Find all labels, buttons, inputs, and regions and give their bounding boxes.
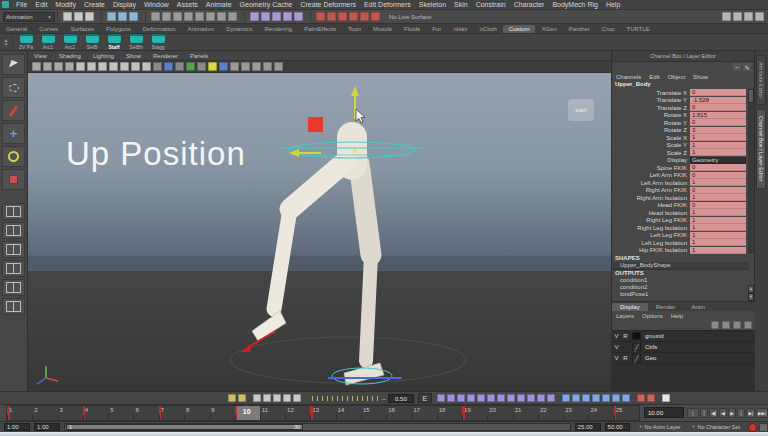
shelf-tab-croc[interactable]: Croc	[596, 25, 621, 33]
mask-curves-icon[interactable]	[173, 12, 182, 21]
xray-icon[interactable]	[241, 62, 250, 71]
mask-surfaces-icon[interactable]	[184, 12, 193, 21]
menu-skin[interactable]: Skin	[450, 0, 472, 9]
two-pane-stack-layout[interactable]	[2, 241, 25, 258]
viewport-menu-renderer[interactable]: Renderer	[147, 53, 184, 59]
channel-box-menu-edit[interactable]: Edit	[645, 74, 663, 80]
layer-row-ground[interactable]: VRground	[612, 331, 755, 342]
animation-end-field[interactable]: 50.00	[605, 423, 631, 431]
frame-23[interactable]: 23	[563, 406, 588, 420]
buffer-curve-icon[interactable]	[497, 394, 505, 402]
unmute-channel-icon[interactable]	[622, 394, 630, 402]
lock-camera-icon[interactable]	[43, 62, 52, 71]
layer-swatch[interactable]: ╱	[632, 343, 641, 351]
unify-tangent-icon[interactable]	[517, 394, 525, 402]
channel-field-head-fkik[interactable]: 0	[690, 202, 746, 209]
anim-layer-dropdown[interactable]: ▼No Anim Layer	[635, 423, 683, 432]
outliner-persp-layout[interactable]	[2, 298, 25, 315]
playback-offset-field[interactable]: 0.50	[388, 394, 414, 403]
new-scene-icon[interactable]	[63, 12, 72, 21]
node-name[interactable]: Upper_Body	[612, 81, 754, 89]
use-all-lights-icon[interactable]	[186, 62, 195, 71]
menu-set-dropdown[interactable]: Animation ▼	[3, 12, 55, 22]
shape-node[interactable]: Upper_BodyShape	[612, 262, 749, 270]
ipr-render-icon[interactable]	[360, 12, 369, 21]
shelf-item-stagg[interactable]: Stagg	[147, 34, 169, 50]
frame-4[interactable]: 4	[83, 406, 108, 420]
textured-icon[interactable]	[175, 62, 184, 71]
play-forwards-button[interactable]: ▶	[728, 408, 736, 418]
channel-field-scale-x[interactable]: 1	[690, 134, 746, 141]
channel-right-leg-fkik[interactable]: Right Leg FKIK1	[612, 217, 749, 225]
scroll-down-arrow[interactable]: ▼	[748, 293, 754, 301]
channel-translate-z[interactable]: Translate Z0	[612, 104, 749, 112]
frame-11[interactable]: 11	[260, 406, 285, 420]
move-layer-up-icon[interactable]	[711, 321, 719, 329]
four-pane-layout[interactable]	[2, 279, 25, 296]
film-gate-icon[interactable]	[120, 62, 129, 71]
frame-19[interactable]: 19	[462, 406, 487, 420]
channel-translate-y[interactable]: Translate Y-1.528	[612, 97, 749, 105]
shelf-item-staff[interactable]: Staff	[103, 34, 125, 50]
step-tangent-icon[interactable]	[477, 394, 485, 402]
channel-field-right-arm-isolation[interactable]: 1	[690, 194, 746, 201]
snap-curve-icon[interactable]	[261, 12, 270, 21]
frame-24[interactable]: 24	[588, 406, 613, 420]
break-tangent-icon[interactable]	[507, 394, 515, 402]
open-scene-icon[interactable]	[74, 12, 83, 21]
time-slider[interactable]: 1234567891011121314151617181920212223242…	[0, 404, 768, 421]
frame-15[interactable]: 15	[361, 406, 386, 420]
frame-22[interactable]: 22	[538, 406, 563, 420]
outputs-scroll-arrows[interactable]: ▲▼	[748, 285, 754, 299]
snap-surface-icon[interactable]	[294, 12, 303, 21]
output-bindpose1[interactable]: bindPose1	[612, 291, 749, 298]
anim-snapshot-icon[interactable]	[662, 394, 670, 402]
frame-12[interactable]: 12	[285, 406, 310, 420]
screen-icon[interactable]	[733, 12, 742, 21]
select-hierarchy-icon[interactable]	[107, 12, 116, 21]
swap-buffer-icon[interactable]	[273, 394, 281, 402]
channel-right-arm-fkik[interactable]: Right Arm FKIK0	[612, 187, 749, 195]
menu-modify[interactable]: Modify	[51, 0, 80, 9]
channel-field-translate-z[interactable]: 0	[690, 104, 746, 111]
frame-20[interactable]: 20	[487, 406, 512, 420]
mask-rendering-icon[interactable]	[217, 12, 226, 21]
snap-keys-time-icon[interactable]	[283, 394, 291, 402]
shelf-tab-ncloth[interactable]: nCloth	[473, 25, 502, 33]
shelf-tab-animation[interactable]: Animation	[181, 25, 220, 33]
channel-box-menu-channels[interactable]: Channels	[612, 74, 645, 80]
fixed-tangent-icon[interactable]	[547, 394, 555, 402]
shaded-icon[interactable]	[164, 62, 173, 71]
channel-field-left-arm-fkik[interactable]: 0	[690, 172, 746, 179]
channel-field-right-leg-fkik[interactable]: 1	[690, 217, 746, 224]
channel-rotate-y[interactable]: Rotate Y0	[612, 119, 749, 127]
channel-spine-fkik[interactable]: Spine FKIK0	[612, 164, 749, 172]
snap-keys-value-icon[interactable]	[293, 394, 301, 402]
frame-6[interactable]: 6	[133, 406, 158, 420]
channel-left-arm-isolation[interactable]: Left Arm Isolation1	[612, 179, 749, 187]
channel-field-head-isolation[interactable]: 1	[690, 209, 746, 216]
mask-deformers-icon[interactable]	[195, 12, 204, 21]
frame-16[interactable]: 16	[386, 406, 411, 420]
channel-head-isolation[interactable]: Head Isolation1	[612, 209, 749, 217]
free-tangent-weight-icon[interactable]	[527, 394, 535, 402]
channel-field-rotate-z[interactable]: 3	[690, 127, 746, 134]
spline-tangent-icon[interactable]	[437, 394, 445, 402]
ghost-icon[interactable]	[637, 394, 645, 402]
shelf-item-selbh[interactable]: SelBh	[125, 34, 147, 50]
add-inbetween-icon[interactable]	[572, 394, 580, 402]
insert-key-icon[interactable]	[562, 394, 570, 402]
shelf-tab-nhair[interactable]: nHair	[447, 25, 473, 33]
perf-chart-icon[interactable]	[722, 12, 731, 21]
menu-skeleton[interactable]: Skeleton	[415, 0, 450, 9]
isolate-select-icon[interactable]	[230, 62, 239, 71]
channel-field-left-leg-fkik[interactable]: 1	[690, 232, 746, 239]
mask-dynamics-icon[interactable]	[206, 12, 215, 21]
channel-field-spine-fkik[interactable]: 0	[690, 164, 746, 171]
character-set-dropdown[interactable]: ▼No Character Set	[689, 423, 743, 432]
shelf-tab-xgen[interactable]: XGen	[535, 25, 562, 33]
frame-5[interactable]: 5	[108, 406, 133, 420]
shelf-tab-fur[interactable]: Fur	[426, 25, 447, 33]
scroll-up-arrow[interactable]: ▲	[748, 285, 754, 293]
range-slider-track[interactable]: 1 30	[64, 423, 571, 431]
